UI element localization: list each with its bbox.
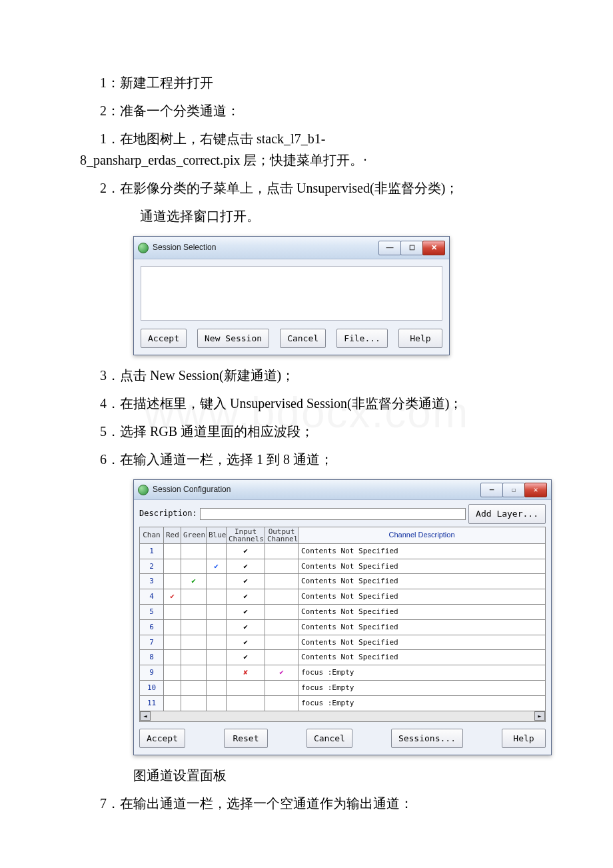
- scroll-right-icon[interactable]: ►: [534, 711, 545, 721]
- table-row[interactable]: 10focus :Empty: [140, 680, 546, 695]
- col-green-header[interactable]: Green: [181, 527, 207, 543]
- red-cell[interactable]: [164, 619, 181, 635]
- input-channel-cell[interactable]: [227, 695, 265, 711]
- input-channel-cell[interactable]: ✔: [227, 574, 265, 589]
- blue-cell[interactable]: [207, 635, 227, 650]
- col-chan-header[interactable]: Chan: [140, 527, 164, 543]
- blue-cell[interactable]: [207, 665, 227, 681]
- channel-number[interactable]: 7: [140, 635, 164, 650]
- channel-number[interactable]: 9: [140, 665, 164, 681]
- input-channel-cell[interactable]: ✔: [227, 604, 265, 619]
- output-channel-cell[interactable]: [265, 604, 299, 619]
- input-channel-cell[interactable]: ✔: [227, 635, 265, 650]
- table-row[interactable]: 5✔Contents Not Specified: [140, 604, 546, 619]
- channel-description-cell[interactable]: Contents Not Specified: [299, 589, 546, 605]
- new-session-button[interactable]: New Session: [197, 329, 269, 348]
- table-row[interactable]: 8✔Contents Not Specified: [140, 650, 546, 665]
- red-cell[interactable]: [164, 680, 181, 695]
- red-cell[interactable]: [164, 650, 181, 665]
- output-channel-cell[interactable]: [265, 635, 299, 650]
- channel-description-cell[interactable]: Contents Not Specified: [299, 635, 546, 650]
- red-cell[interactable]: [164, 604, 181, 619]
- horizontal-scrollbar[interactable]: ◄ ►: [139, 711, 546, 722]
- green-cell[interactable]: [181, 589, 207, 605]
- input-channel-cell[interactable]: ✔: [227, 650, 265, 665]
- table-row[interactable]: 6✔Contents Not Specified: [140, 619, 546, 635]
- channel-number[interactable]: 2: [140, 559, 164, 574]
- maximize-button[interactable]: [502, 483, 525, 497]
- accept-button[interactable]: Accept: [141, 329, 187, 348]
- red-cell[interactable]: [164, 574, 181, 589]
- green-cell[interactable]: [181, 559, 207, 574]
- minimize-button[interactable]: [480, 483, 503, 497]
- blue-cell[interactable]: [207, 650, 227, 665]
- green-cell[interactable]: [181, 665, 207, 681]
- output-channel-cell[interactable]: [265, 574, 299, 589]
- red-cell[interactable]: [164, 543, 181, 559]
- output-channel-cell[interactable]: [265, 589, 299, 605]
- red-cell[interactable]: [164, 695, 181, 711]
- green-cell[interactable]: [181, 680, 207, 695]
- table-row[interactable]: 9✘✔focus :Empty: [140, 665, 546, 681]
- green-cell[interactable]: [181, 635, 207, 650]
- red-cell[interactable]: [164, 665, 181, 681]
- sessions-button[interactable]: Sessions...: [391, 729, 463, 748]
- green-cell[interactable]: ✔: [181, 574, 207, 589]
- table-row[interactable]: 1✔Contents Not Specified: [140, 543, 546, 559]
- blue-cell[interactable]: ✔: [207, 559, 227, 574]
- input-channel-cell[interactable]: ✔: [227, 559, 265, 574]
- channel-number[interactable]: 8: [140, 650, 164, 665]
- blue-cell[interactable]: [207, 543, 227, 559]
- green-cell[interactable]: [181, 604, 207, 619]
- channel-description-cell[interactable]: focus :Empty: [299, 665, 546, 681]
- channel-description-cell[interactable]: Contents Not Specified: [299, 559, 546, 574]
- session-list-area[interactable]: [141, 266, 442, 321]
- add-layer-button[interactable]: Add Layer...: [468, 504, 546, 523]
- col-blue-header[interactable]: Blue: [207, 527, 227, 543]
- channel-description-cell[interactable]: Contents Not Specified: [299, 543, 546, 559]
- channel-description-cell[interactable]: Contents Not Specified: [299, 604, 546, 619]
- table-row[interactable]: 3✔✔Contents Not Specified: [140, 574, 546, 589]
- channel-number[interactable]: 1: [140, 543, 164, 559]
- red-cell[interactable]: ✔: [164, 589, 181, 605]
- input-channel-cell[interactable]: [227, 680, 265, 695]
- channel-number[interactable]: 11: [140, 695, 164, 711]
- table-row[interactable]: 7✔Contents Not Specified: [140, 635, 546, 650]
- accept-button[interactable]: Accept: [139, 729, 185, 748]
- minimize-button[interactable]: [378, 241, 401, 255]
- blue-cell[interactable]: [207, 589, 227, 605]
- channel-number[interactable]: 3: [140, 574, 164, 589]
- scroll-left-icon[interactable]: ◄: [140, 711, 151, 721]
- output-channel-cell[interactable]: [265, 680, 299, 695]
- input-channel-cell[interactable]: ✔: [227, 543, 265, 559]
- cancel-button[interactable]: Cancel: [306, 729, 352, 748]
- help-button[interactable]: Help: [502, 729, 546, 748]
- close-button[interactable]: [422, 241, 445, 255]
- help-button[interactable]: Help: [398, 329, 442, 348]
- output-channel-cell[interactable]: [265, 543, 299, 559]
- table-row[interactable]: 11focus :Empty: [140, 695, 546, 711]
- green-cell[interactable]: [181, 619, 207, 635]
- input-channel-cell[interactable]: ✔: [227, 619, 265, 635]
- col-output-header[interactable]: OutputChannel: [265, 527, 299, 543]
- output-channel-cell[interactable]: [265, 650, 299, 665]
- channel-number[interactable]: 4: [140, 589, 164, 605]
- output-channel-cell[interactable]: [265, 619, 299, 635]
- green-cell[interactable]: [181, 695, 207, 711]
- table-row[interactable]: 4✔✔Contents Not Specified: [140, 589, 546, 605]
- input-channel-cell[interactable]: ✘: [227, 665, 265, 681]
- green-cell[interactable]: [181, 543, 207, 559]
- blue-cell[interactable]: [207, 695, 227, 711]
- col-desc-header[interactable]: Channel Description: [299, 527, 546, 543]
- input-channel-cell[interactable]: ✔: [227, 589, 265, 605]
- channel-description-cell[interactable]: focus :Empty: [299, 695, 546, 711]
- red-cell[interactable]: [164, 559, 181, 574]
- reset-button[interactable]: Reset: [224, 729, 268, 748]
- blue-cell[interactable]: [207, 574, 227, 589]
- col-red-header[interactable]: Red: [164, 527, 181, 543]
- channel-description-cell[interactable]: Contents Not Specified: [299, 650, 546, 665]
- channel-number[interactable]: 6: [140, 619, 164, 635]
- close-button[interactable]: [524, 483, 547, 497]
- channel-description-cell[interactable]: Contents Not Specified: [299, 574, 546, 589]
- channel-number[interactable]: 5: [140, 604, 164, 619]
